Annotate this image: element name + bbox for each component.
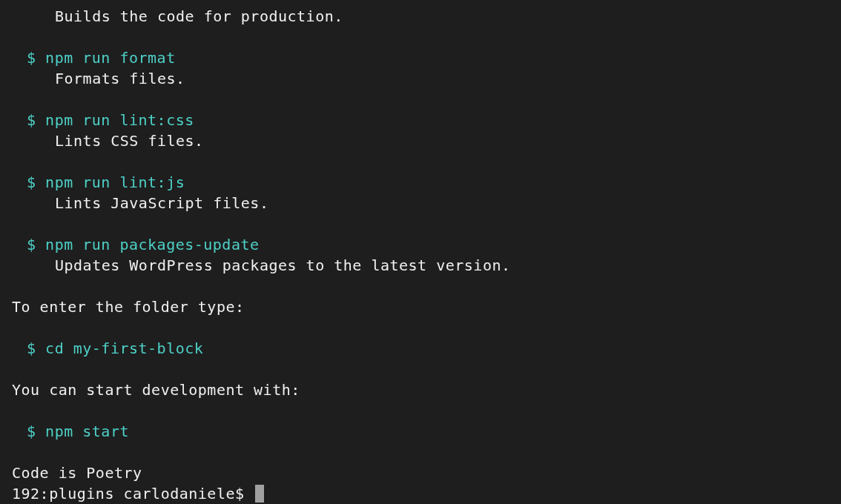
section-heading: To enter the folder type: (6, 296, 835, 317)
command-line: $ npm run lint:css (6, 110, 835, 130)
command-line: $ cd my-first-block (6, 338, 835, 359)
command-description: Updates WordPress packages to the latest… (6, 255, 835, 276)
command-text: npm run lint:js (45, 173, 185, 191)
blank-line (6, 359, 835, 379)
blank-line (6, 151, 835, 172)
blank-line (6, 442, 835, 462)
command-text: npm run lint:css (45, 111, 194, 129)
blank-line (6, 27, 835, 47)
command-description: Formats files. (6, 68, 835, 89)
command-text: npm start (45, 422, 129, 440)
prompt-text: 192:plugins carlodaniele$ (12, 485, 254, 503)
command-line: $ npm run packages-update (6, 234, 835, 255)
dollar-sign: $ (27, 173, 36, 191)
terminal-output[interactable]: Builds the code for production. $ npm ru… (6, 6, 835, 504)
dollar-sign: $ (27, 49, 36, 67)
command-line: $ npm run format (6, 47, 835, 68)
section-heading: You can start development with: (6, 379, 835, 400)
blank-line (6, 276, 835, 296)
cursor-icon (255, 485, 264, 503)
shell-prompt[interactable]: 192:plugins carlodaniele$ (6, 483, 835, 504)
command-description: Lints JavaScript files. (6, 193, 835, 213)
blank-line (6, 400, 835, 421)
blank-line (6, 213, 835, 234)
dollar-sign: $ (27, 236, 36, 253)
blank-line (6, 317, 835, 338)
blank-line (6, 89, 835, 110)
command-line: $ npm start (6, 421, 835, 442)
dollar-sign: $ (27, 111, 36, 129)
tagline: Code is Poetry (6, 462, 835, 483)
dollar-sign: $ (27, 339, 36, 357)
command-description: Builds the code for production. (6, 6, 835, 27)
command-line: $ npm run lint:js (6, 172, 835, 193)
dollar-sign: $ (27, 422, 36, 440)
command-text: cd my-first-block (45, 339, 203, 357)
command-text: npm run packages-update (45, 236, 259, 253)
command-text: npm run format (45, 49, 176, 67)
command-description: Lints CSS files. (6, 130, 835, 151)
